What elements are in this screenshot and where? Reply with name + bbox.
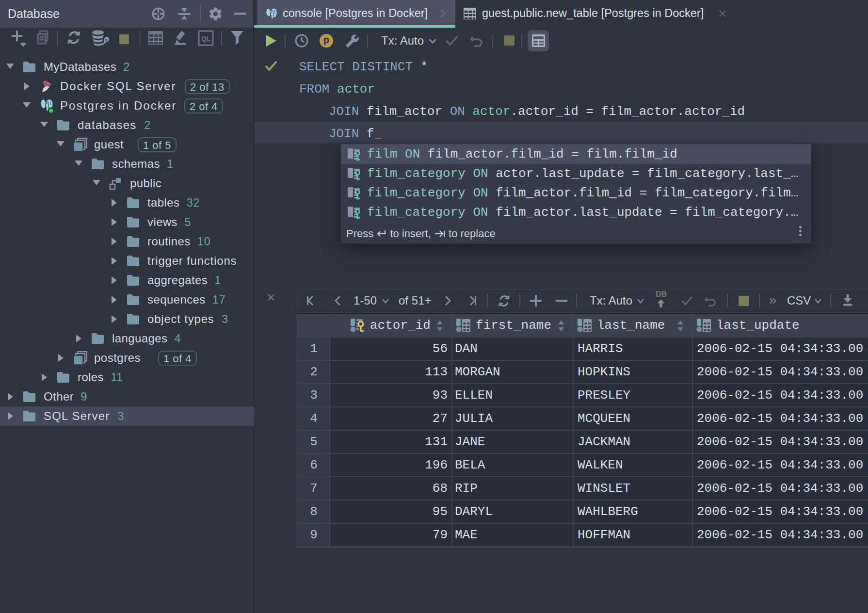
svg-text:QL: QL	[201, 35, 211, 43]
